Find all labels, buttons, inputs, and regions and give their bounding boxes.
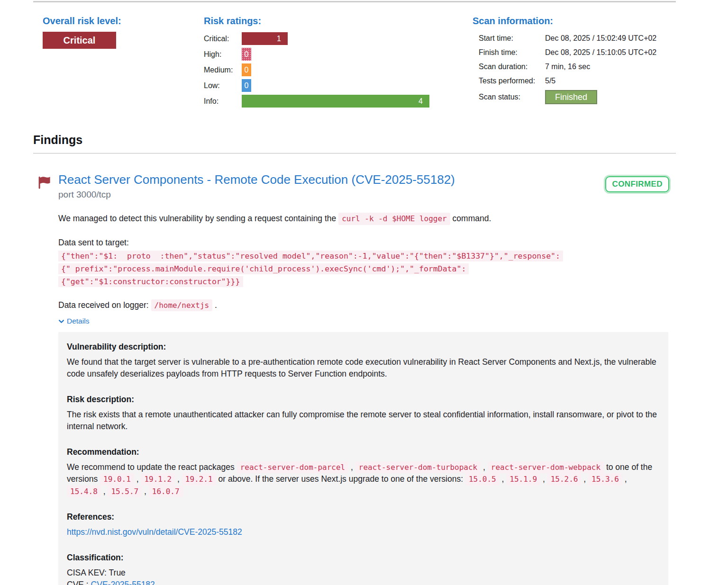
code-chip: 15.0.5	[465, 473, 500, 486]
risk-rating-row: Critical:1	[204, 32, 469, 45]
critical-flag-icon	[37, 175, 51, 191]
code-chip: 15.5.7	[108, 486, 142, 498]
risk-description-section: Risk description: The risk exists that a…	[67, 395, 660, 432]
scan-info-label: Finish time:	[479, 48, 545, 57]
scan-info-label: Start time:	[479, 34, 545, 43]
risk-description-label: Risk description:	[67, 395, 660, 405]
risk-ratings-section: Risk ratings: Critical:1High:0Medium:0Lo…	[204, 16, 469, 110]
scan-status-row: Scan status: Finished	[473, 90, 681, 104]
risk-rating-track: 0	[242, 79, 469, 92]
code-chip: 19.0.1	[100, 473, 134, 486]
risk-rating-row: Medium:0	[204, 63, 469, 76]
chevron-down-icon	[58, 318, 64, 324]
finding-title-link[interactable]: React Server Components - Remote Code Ex…	[58, 172, 600, 187]
scan-information-section: Scan information: Start time: Dec 08, 20…	[473, 16, 681, 104]
risk-rating-row: Info:4	[204, 95, 469, 108]
risk-rating-bar: 0	[242, 63, 251, 76]
data-received-code: /home/nextjs	[151, 299, 213, 312]
recommendation-text: We recommend to update the react package…	[67, 461, 660, 498]
finding-header: React Server Components - Remote Code Ex…	[33, 172, 676, 200]
finding-details-box: Vulnerability description: We found that…	[58, 332, 668, 585]
code-chip: react-server-dom-webpack	[488, 461, 604, 474]
data-sent-label: Data sent to target:	[58, 238, 676, 248]
risk-rating-row: Low:0	[204, 79, 469, 92]
code-chip: 15.2.6	[547, 473, 582, 486]
scan-info-value: Dec 08, 2025 / 15:10:05 UTC+02	[545, 48, 681, 57]
data-sent-code-wrap: {"then":"$1: proto :then","status":"reso…	[58, 250, 618, 288]
findings-heading: Findings	[33, 133, 82, 147]
cve-line: CVE : CVE-2025-55182	[67, 579, 660, 585]
scan-status-badge: Finished	[545, 90, 597, 104]
risk-rating-track: 4	[242, 95, 469, 108]
references-label: References:	[67, 512, 660, 522]
top-divider	[33, 1, 676, 2]
finding-body: We managed to detect this vulnerability …	[58, 213, 676, 585]
risk-rating-label: Medium:	[204, 66, 242, 74]
details-label: Details	[67, 317, 89, 325]
code-chip: 15.4.8	[67, 486, 101, 498]
risk-rating-track: 0	[242, 48, 469, 61]
code-chip: react-server-dom-turbopack	[355, 461, 481, 474]
overall-risk-section: Overall risk level: Critical	[43, 16, 121, 49]
vulnerability-description-text: We found that the target server is vulne…	[67, 356, 660, 380]
code-chip: 16.0.7	[149, 486, 183, 498]
scan-report-page: Overall risk level: Critical Risk rating…	[0, 0, 728, 585]
risk-rating-bar: 1	[242, 32, 288, 45]
risk-rating-track: 0	[242, 63, 469, 76]
data-received-label: Data received on logger:	[58, 300, 149, 310]
confirmed-badge: CONFIRMED	[605, 176, 669, 192]
overall-risk-badge: Critical	[43, 32, 116, 49]
classification-label: Classification:	[67, 553, 660, 563]
classification-section: Classification: CISA KEV: True CVE : CVE…	[67, 553, 660, 585]
scan-info-label: Tests performed:	[479, 77, 545, 85]
finding-port: port 3000/tcp	[58, 189, 600, 200]
code-chip: 19.2.1	[182, 473, 216, 486]
vulnerability-description-label: Vulnerability description:	[67, 342, 660, 352]
code-chip: 15.1.9	[506, 473, 540, 486]
data-received-suffix: .	[215, 300, 217, 310]
findings-divider	[33, 153, 676, 153]
risk-rating-bar: 0	[242, 79, 251, 92]
data-sent-code: {"then":"$1: proto :then","status":"reso…	[58, 251, 563, 287]
scan-info-value: 5/5	[545, 77, 681, 85]
finding-titles: React Server Components - Remote Code Ex…	[58, 172, 600, 200]
risk-rating-track: 1	[242, 32, 469, 45]
risk-rating-label: Critical:	[204, 35, 242, 43]
data-received-line: Data received on logger: /home/nextjs .	[58, 299, 676, 312]
risk-rating-label: High:	[204, 50, 242, 59]
finding-item: React Server Components - Remote Code Ex…	[33, 172, 676, 585]
classification-lines: CISA KEV: True CVE : CVE-2025-55182 CVSS…	[67, 567, 660, 585]
evidence-intro: We managed to detect this vulnerability …	[58, 213, 676, 225]
risk-rating-label: Low:	[204, 81, 242, 90]
evidence-command-code: curl -k -d $HOME logger	[338, 213, 450, 225]
scan-info-rows: Start time: Dec 08, 2025 / 15:02:49 UTC+…	[473, 34, 681, 85]
scan-status-label: Scan status:	[479, 93, 545, 101]
references-section: References: https://nvd.nist.gov/vuln/de…	[67, 512, 660, 538]
risk-rating-bar: 0	[242, 48, 251, 61]
risk-rating-bar: 4	[242, 95, 429, 108]
cve-label: CVE :	[67, 580, 89, 585]
evidence-intro-text: We managed to detect this vulnerability …	[58, 214, 336, 223]
vulnerability-description-section: Vulnerability description: We found that…	[67, 342, 660, 380]
code-chip: 15.3.6	[588, 473, 622, 486]
code-chip: react-server-dom-parcel	[237, 461, 349, 474]
reference-link[interactable]: https://nvd.nist.gov/vuln/detail/CVE-202…	[67, 527, 242, 537]
risk-ratings-rows: Critical:1High:0Medium:0Low:0Info:4	[204, 32, 469, 108]
recommendation-section: Recommendation: We recommend to update t…	[67, 447, 660, 498]
risk-description-text: The risk exists that a remote unauthenti…	[67, 409, 660, 432]
scan-info-value: 7 min, 16 sec	[545, 63, 681, 71]
risk-ratings-heading: Risk ratings:	[204, 16, 469, 27]
scan-info-value: Dec 08, 2025 / 15:02:49 UTC+02	[545, 34, 681, 43]
scan-information-heading: Scan information:	[473, 16, 681, 27]
cisa-kev-line: CISA KEV: True	[67, 567, 660, 579]
recommendation-label: Recommendation:	[67, 447, 660, 457]
scan-info-label: Scan duration:	[479, 63, 545, 71]
risk-rating-label: Info:	[204, 97, 242, 106]
overall-risk-heading: Overall risk level:	[43, 16, 121, 27]
code-chip: 19.1.2	[141, 473, 175, 486]
evidence-intro-suffix: command.	[453, 214, 491, 223]
details-toggle-link[interactable]: Details	[58, 317, 89, 325]
cve-link[interactable]: CVE-2025-55182	[91, 580, 155, 585]
risk-rating-row: High:0	[204, 48, 469, 61]
